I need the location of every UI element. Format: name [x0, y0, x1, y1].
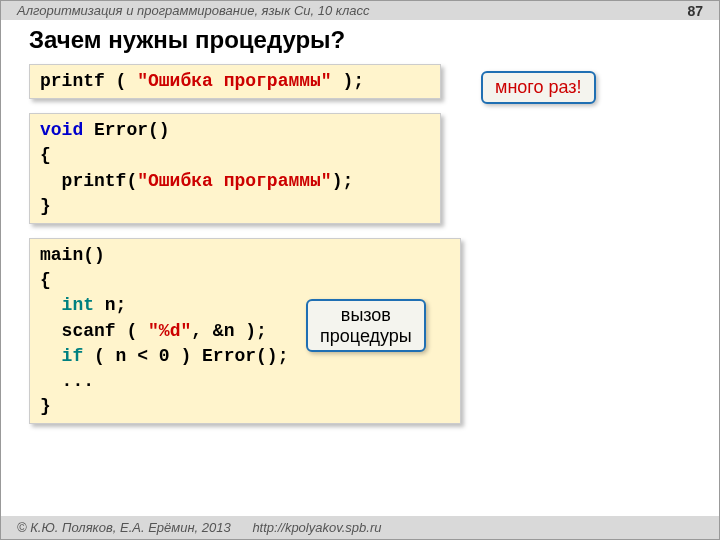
- slide-title: Зачем нужны процедуры?: [29, 26, 703, 54]
- printf-call: printf(: [40, 171, 137, 191]
- code-block-1: printf ( "Ошибка программы" );: [29, 64, 441, 99]
- dots: ...: [40, 371, 94, 391]
- code-printf: printf: [40, 71, 105, 91]
- var-n: n;: [94, 295, 126, 315]
- func-name: Error(): [83, 120, 169, 140]
- scanf-end: , &n );: [191, 321, 267, 341]
- code-string-2: "Ошибка программы": [137, 171, 331, 191]
- rbrace: }: [40, 196, 51, 216]
- fmt-string: "%d": [148, 321, 191, 341]
- endcall: );: [332, 171, 354, 191]
- lbrace3: {: [40, 270, 51, 290]
- bubble2-line2: процедуры: [320, 326, 412, 347]
- kw-int: int: [40, 295, 94, 315]
- callout-many-times: много раз!: [481, 71, 596, 104]
- lbrace: {: [40, 145, 51, 165]
- header-band: Алгоритмизация и программирование, язык …: [1, 1, 719, 20]
- content-area: printf ( "Ошибка программы" ); void Erro…: [1, 64, 719, 424]
- code-open: (: [105, 71, 137, 91]
- course-label: Алгоритмизация и программирование, язык …: [17, 3, 370, 18]
- bubble2-line1: вызов: [320, 305, 412, 326]
- footer-band: © К.Ю. Поляков, Е.А. Ерёмин, 2013 http:/…: [1, 516, 719, 539]
- page-number: 87: [687, 3, 703, 19]
- kw-void: void: [40, 120, 83, 140]
- code-close: );: [332, 71, 364, 91]
- scanf-call: scanf (: [40, 321, 148, 341]
- footer-url: http://kpolyakov.spb.ru: [252, 520, 381, 535]
- kw-if: if: [40, 346, 83, 366]
- code-block-2: void Error() { printf("Ошибка программы"…: [29, 113, 441, 224]
- code-string: "Ошибка программы": [137, 71, 331, 91]
- if-cond: ( n < 0 ) Error();: [83, 346, 288, 366]
- callout-proc-call: вызов процедуры: [306, 299, 426, 352]
- copyright: © К.Ю. Поляков, Е.А. Ерёмин, 2013: [17, 520, 231, 535]
- main-decl: main(): [40, 245, 105, 265]
- rbrace3: }: [40, 396, 51, 416]
- bubble1-text: много раз!: [495, 77, 582, 97]
